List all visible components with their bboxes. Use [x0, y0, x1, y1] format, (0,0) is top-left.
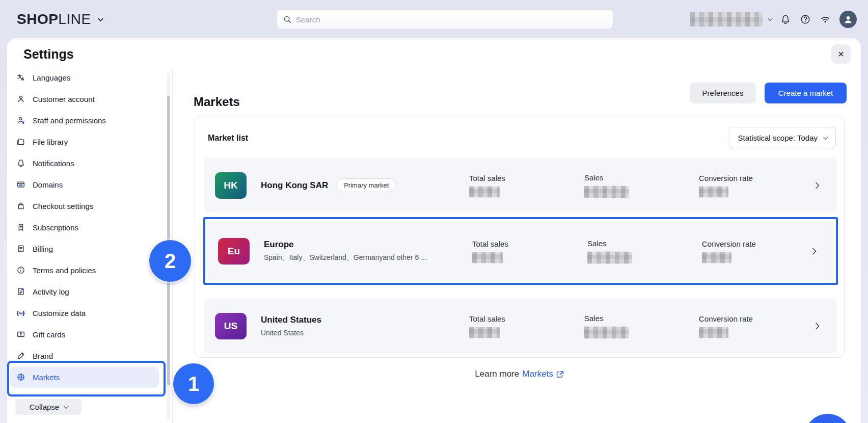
stat-label-sales: Sales — [584, 313, 629, 322]
redacted-value — [702, 252, 731, 263]
create-market-button[interactable]: Create a market — [765, 83, 847, 103]
sidebar-item-subscriptions[interactable]: Subscriptions — [10, 217, 159, 238]
svg-text:Aa: Aa — [18, 311, 24, 315]
global-search[interactable] — [276, 9, 613, 30]
markets-title: Markets — [194, 95, 240, 109]
market-regions: Spain、Italy、Switzerland、Germanyand other… — [264, 253, 427, 262]
checkout-icon — [16, 201, 25, 210]
gift-cards-icon — [16, 330, 25, 339]
step-1-badge: 1 — [173, 363, 214, 404]
account-switcher[interactable] — [690, 12, 771, 27]
customize-data-icon: {}Aa — [16, 308, 25, 318]
sidebar-item-languages[interactable]: Languages — [10, 70, 159, 88]
bell-icon — [16, 158, 25, 168]
info-circle-icon — [16, 266, 25, 275]
preferences-button[interactable]: Preferences — [690, 83, 756, 103]
market-list-card: Market list Statistical scope: Today HK … — [195, 116, 845, 358]
sidebar-list: Languages Customer account Staff and per… — [10, 70, 159, 388]
chevron-right-icon — [809, 247, 817, 254]
wifi-icon[interactable] — [820, 14, 831, 25]
learn-more-line: Learn more Markets — [195, 369, 845, 379]
sidebar-item-billing[interactable]: Billing — [10, 238, 159, 259]
market-name: Hong Kong SAR — [261, 180, 328, 191]
market-row-us[interactable]: US United Statues United States Total sa… — [204, 299, 837, 353]
market-regions: United States — [261, 329, 321, 337]
stat-label-total-sales: Total sales — [469, 314, 505, 323]
settings-panel: Settings ✕ Languages Customer account St… — [7, 38, 861, 423]
stat-label-sales: Sales — [587, 239, 632, 247]
close-button[interactable]: ✕ — [831, 44, 851, 64]
markets-help-link[interactable]: Markets — [522, 369, 564, 379]
stat-label-total-sales: Total sales — [472, 239, 508, 248]
redacted-value — [472, 252, 503, 263]
account-name-redacted — [690, 12, 763, 27]
stat-label-conversion-rate: Conversion rate — [702, 239, 756, 248]
sidebar-item-activity-log[interactable]: Activity log — [10, 281, 159, 302]
markets-globe-icon — [16, 373, 25, 382]
file-library-icon — [16, 137, 25, 146]
search-icon — [283, 15, 292, 24]
sidebar-item-domains[interactable]: Domains — [10, 174, 159, 195]
sidebar-item-terms-and-policies[interactable]: Terms and policies — [10, 259, 159, 281]
market-name: Europe — [264, 240, 294, 250]
redacted-value — [699, 327, 728, 338]
external-link-icon — [556, 370, 564, 379]
chevron-down-icon — [768, 16, 773, 21]
market-name: United Statues — [261, 315, 321, 325]
sidebar-item-customize-data[interactable]: {}Aa Customize data — [10, 302, 159, 324]
chevron-down-icon — [823, 135, 828, 140]
collapse-button[interactable]: Collapse — [15, 399, 82, 415]
brand-icon — [16, 351, 25, 360]
markets-link-label: Markets — [522, 369, 553, 379]
redacted-value — [584, 326, 629, 338]
sidebar-item-file-library[interactable]: File library — [10, 131, 159, 152]
sidebar-item-brand[interactable]: Brand — [10, 345, 159, 366]
sidebar-item-staff-and-permissions[interactable]: Staff and permissions — [10, 110, 159, 131]
statistical-scope-dropdown[interactable]: Statistical scope: Today — [729, 127, 836, 148]
stat-label-conversion-rate: Conversion rate — [699, 314, 753, 323]
redacted-value — [469, 186, 500, 197]
activity-log-icon — [16, 287, 25, 296]
bell-icon[interactable] — [780, 14, 791, 25]
topbar-right-cluster — [690, 0, 857, 38]
chevron-right-icon — [812, 322, 820, 329]
sidebar-item-gift-cards[interactable]: Gift cards — [10, 324, 159, 345]
market-list-title: Market list — [208, 134, 248, 143]
staff-permissions-icon — [16, 116, 25, 125]
redacted-value — [469, 327, 500, 338]
redacted-value — [587, 251, 632, 263]
chevron-right-icon — [812, 181, 820, 189]
learn-more-text: Learn more — [475, 369, 519, 379]
market-badge: US — [215, 313, 247, 339]
market-row-hk[interactable]: HK Hong Kong SAR Primary market Total sa… — [204, 158, 837, 213]
markets-main: Markets Preferences Create a market Mark… — [173, 70, 861, 423]
stat-label-conversion-rate: Conversion rate — [699, 173, 753, 182]
step-2-number: 2 — [165, 250, 176, 273]
billing-icon — [16, 244, 25, 253]
topbar: SHOPLINE — [0, 0, 868, 38]
chevron-down-icon — [97, 15, 103, 21]
customer-account-icon — [16, 94, 25, 103]
sidebar-item-customer-account[interactable]: Customer account — [10, 88, 159, 110]
primary-market-tag: Primary market — [336, 178, 396, 192]
step-1-number: 1 — [188, 373, 199, 395]
sidebar-item-notifications[interactable]: Notifications — [10, 152, 159, 174]
step-2-badge: 2 — [149, 240, 191, 282]
languages-icon — [16, 73, 25, 82]
search-input[interactable] — [296, 15, 607, 24]
help-icon[interactable] — [800, 14, 811, 25]
market-row-eu[interactable]: Eu Europe Spain、Italy、Switzerland、German… — [207, 221, 834, 281]
stat-label-sales: Sales — [584, 173, 629, 181]
market-badge: Eu — [218, 238, 250, 265]
subscriptions-icon — [16, 223, 25, 232]
domains-icon — [16, 180, 25, 189]
shopline-logo-text: SHOPLINE — [17, 11, 91, 28]
shopline-logo[interactable]: SHOPLINE — [17, 0, 102, 38]
avatar-icon[interactable] — [839, 11, 857, 28]
settings-sidebar: Languages Customer account Staff and per… — [7, 70, 173, 423]
redacted-value — [699, 186, 728, 197]
sidebar-item-checkout-settings[interactable]: Checkout settings — [10, 195, 159, 217]
sidebar-item-markets[interactable]: Markets — [10, 366, 159, 388]
stat-label-total-sales: Total sales — [469, 173, 505, 182]
redacted-value — [584, 186, 629, 198]
